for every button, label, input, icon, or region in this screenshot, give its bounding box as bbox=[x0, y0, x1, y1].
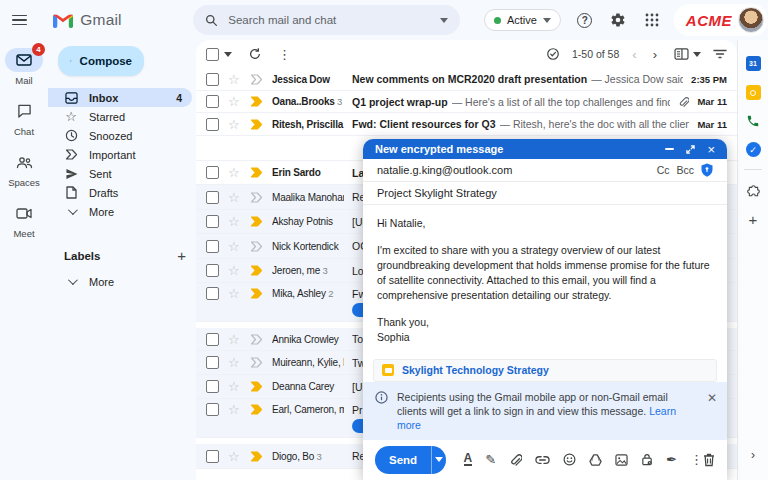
collapse-panel-chevron-icon[interactable]: › bbox=[751, 448, 755, 462]
row-checkbox[interactable] bbox=[206, 166, 219, 179]
importance-marker-icon[interactable] bbox=[250, 334, 263, 345]
settings-button[interactable] bbox=[609, 9, 629, 31]
importance-marker-icon[interactable] bbox=[250, 119, 263, 130]
get-addons-button[interactable]: + bbox=[749, 211, 758, 228]
star-icon[interactable]: ☆ bbox=[228, 403, 241, 416]
star-icon[interactable]: ☆ bbox=[228, 191, 241, 204]
sidebar-item-more[interactable]: More bbox=[48, 202, 196, 221]
row-checkbox[interactable] bbox=[206, 403, 219, 416]
row-checkbox[interactable] bbox=[206, 264, 219, 277]
star-icon[interactable]: ☆ bbox=[228, 287, 241, 300]
tasks-icon[interactable]: ✓ bbox=[746, 142, 761, 157]
mail-row[interactable]: ☆Ritesh, Priscilla 2Fwd: Client resource… bbox=[196, 113, 737, 136]
rail-item-chat[interactable]: Chat bbox=[0, 99, 48, 137]
attach-file-icon[interactable] bbox=[509, 453, 522, 467]
row-checkbox[interactable] bbox=[206, 380, 219, 393]
compose-header[interactable]: New encrypted message × bbox=[363, 139, 727, 159]
importance-marker-icon[interactable] bbox=[250, 167, 263, 178]
help-button[interactable]: ? bbox=[575, 9, 595, 31]
sidebar-item-drafts[interactable]: Drafts bbox=[48, 183, 196, 202]
signature-pen-icon[interactable]: ✒ bbox=[666, 452, 677, 467]
sidebar-item-inbox[interactable]: Inbox 4 bbox=[48, 88, 192, 107]
importance-marker-icon[interactable] bbox=[250, 288, 263, 299]
search-bar[interactable]: Search mail and chat bbox=[193, 5, 460, 35]
subject-row[interactable]: Project Skylight Strategy bbox=[363, 182, 727, 205]
newer-page-button[interactable]: ‹ bbox=[627, 47, 641, 62]
encryption-shield-icon[interactable] bbox=[701, 163, 713, 177]
status-selector[interactable]: Active bbox=[484, 9, 561, 31]
main-menu-button[interactable] bbox=[0, 12, 39, 29]
attachment-chip[interactable]: Skylight Technology Strategy bbox=[373, 359, 717, 381]
cc-button[interactable]: Cc bbox=[657, 164, 670, 176]
insert-drive-file-icon[interactable] bbox=[589, 454, 602, 466]
rail-item-meet[interactable]: Meet bbox=[0, 201, 48, 239]
row-checkbox[interactable] bbox=[206, 240, 219, 253]
message-body[interactable]: Hi Natalie,I'm excited to share with you… bbox=[363, 205, 727, 345]
compose-button[interactable]: Compose bbox=[58, 46, 144, 76]
insert-photo-icon[interactable] bbox=[615, 454, 628, 466]
rail-item-spaces[interactable]: Spaces bbox=[0, 150, 48, 188]
send-options-caret-icon[interactable] bbox=[431, 446, 445, 474]
star-icon[interactable]: ☆ bbox=[228, 240, 241, 253]
sidebar-item-sent[interactable]: Sent bbox=[48, 164, 196, 183]
star-icon[interactable]: ☆ bbox=[228, 73, 241, 86]
importance-marker-icon[interactable] bbox=[250, 404, 263, 415]
close-icon[interactable]: × bbox=[707, 143, 715, 156]
calendar-icon[interactable]: 31 bbox=[746, 56, 761, 71]
minimize-icon[interactable] bbox=[665, 148, 674, 150]
star-icon[interactable]: ☆ bbox=[228, 215, 241, 228]
recipient-row[interactable]: natalie.g.king@outlook.com Cc Bcc bbox=[363, 159, 727, 182]
create-label-button[interactable]: + bbox=[177, 247, 186, 264]
star-icon[interactable]: ☆ bbox=[228, 333, 241, 346]
discard-draft-icon[interactable] bbox=[703, 453, 715, 467]
sidebar-item-snoozed[interactable]: Snoozed bbox=[48, 126, 196, 145]
split-pane-toggle[interactable] bbox=[674, 48, 701, 60]
row-checkbox[interactable] bbox=[206, 95, 219, 108]
insert-link-icon[interactable] bbox=[535, 455, 550, 465]
row-checkbox[interactable] bbox=[206, 287, 219, 300]
formatting-options-icon[interactable]: A bbox=[464, 453, 473, 466]
row-checkbox[interactable] bbox=[206, 215, 219, 228]
rail-item-mail[interactable]: 4 Mail bbox=[0, 48, 48, 86]
mail-row[interactable]: ☆Jessica DowNew comments on MCR2020 draf… bbox=[196, 68, 737, 91]
star-icon[interactable]: ☆ bbox=[228, 166, 241, 179]
importance-marker-icon[interactable] bbox=[250, 192, 263, 203]
apps-grid-button[interactable] bbox=[642, 9, 662, 31]
more-options-button[interactable]: ⋮ bbox=[278, 47, 291, 62]
importance-marker-icon[interactable] bbox=[250, 74, 263, 85]
row-checkbox[interactable] bbox=[206, 73, 219, 86]
row-checkbox[interactable] bbox=[206, 118, 219, 131]
importance-marker-icon[interactable] bbox=[250, 265, 263, 276]
sidebar-item-starred[interactable]: ☆ Starred bbox=[48, 107, 196, 126]
select-options-caret-icon[interactable] bbox=[224, 52, 232, 57]
search-options-caret-icon[interactable] bbox=[440, 18, 448, 23]
star-icon[interactable]: ☆ bbox=[228, 95, 241, 108]
importance-marker-icon[interactable] bbox=[250, 381, 263, 392]
popout-icon[interactable] bbox=[686, 145, 695, 154]
banner-close-icon[interactable]: ✕ bbox=[707, 392, 717, 432]
importance-marker-icon[interactable] bbox=[250, 216, 263, 227]
refresh-button[interactable] bbox=[248, 47, 262, 61]
star-icon[interactable]: ☆ bbox=[228, 380, 241, 393]
voice-phone-icon[interactable] bbox=[746, 114, 760, 128]
row-checkbox[interactable] bbox=[206, 191, 219, 204]
confidential-mode-icon[interactable] bbox=[641, 453, 653, 466]
star-icon[interactable]: ☆ bbox=[228, 356, 241, 369]
pen-icon[interactable]: ✎ bbox=[485, 452, 496, 467]
importance-marker-icon[interactable] bbox=[250, 451, 263, 462]
star-icon[interactable]: ☆ bbox=[228, 450, 241, 463]
row-checkbox[interactable] bbox=[206, 333, 219, 346]
more-options-icon[interactable]: ⋮ bbox=[690, 452, 703, 467]
importance-marker-icon[interactable] bbox=[250, 241, 263, 252]
importance-marker-icon[interactable] bbox=[250, 96, 263, 107]
filter-icon[interactable] bbox=[713, 49, 727, 59]
star-icon[interactable]: ☆ bbox=[228, 264, 241, 277]
older-page-button[interactable]: › bbox=[648, 47, 662, 62]
importance-marker-icon[interactable] bbox=[250, 357, 263, 368]
row-checkbox[interactable] bbox=[206, 450, 219, 463]
bcc-button[interactable]: Bcc bbox=[676, 164, 694, 176]
schedule-check-icon[interactable] bbox=[546, 47, 560, 61]
insert-emoji-icon[interactable] bbox=[563, 453, 576, 466]
keep-icon[interactable] bbox=[746, 85, 761, 100]
row-checkbox[interactable] bbox=[206, 356, 219, 369]
